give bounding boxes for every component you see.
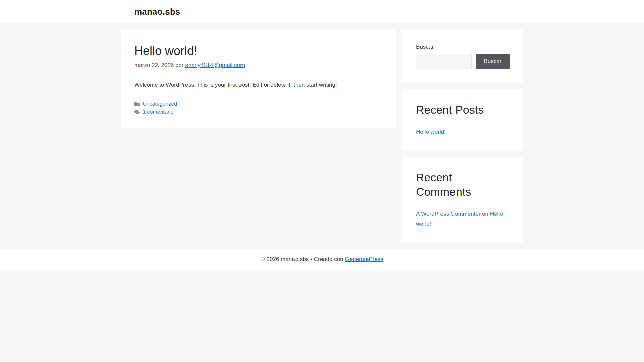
recent-posts-widget: Recent Posts Hello world! (402, 89, 523, 150)
post-author-link[interactable]: sharly4514@gmail.com (185, 62, 245, 68)
search-button[interactable]: Buscar (476, 54, 510, 69)
comments-icon (134, 109, 140, 115)
recent-posts-title: Recent Posts (416, 103, 510, 117)
search-widget: Buscar Buscar (402, 30, 523, 82)
search-input[interactable] (416, 54, 472, 69)
list-item: A WordPress Commenter en Hello world! (416, 209, 510, 229)
post-entry-footer: Uncategorized 1 comentario (134, 101, 382, 115)
sidebar: Buscar Buscar Recent Posts Hello world! … (402, 30, 523, 242)
folder-icon (134, 101, 140, 107)
footer-credit-prefix: Creado con (314, 256, 343, 262)
recent-comments-widget: Recent Comments A WordPress Commenter en… (402, 157, 523, 242)
comment-on-text: en (482, 210, 488, 217)
site-footer: © 2026 manao.sbs • Creado con GeneratePr… (0, 249, 644, 270)
footer-text: © 2026 manao.sbs • Creado con GeneratePr… (121, 249, 523, 270)
site-title-link[interactable]: manao.sbs (134, 7, 180, 17)
category-row: Uncategorized (134, 101, 382, 107)
search-label: Buscar (416, 44, 510, 50)
post-title[interactable]: Hello world! (134, 44, 382, 58)
footer-copyright: © 2026 manao.sbs (261, 256, 309, 262)
comments-link[interactable]: 1 comentario (143, 109, 174, 115)
header-container: manao.sbs (121, 0, 523, 23)
comments-row: 1 comentario (134, 109, 382, 115)
recent-comments-title: Recent Comments (416, 170, 510, 199)
post-date: marzo 22, 2026 (134, 62, 174, 68)
list-item: Hello world! (416, 127, 510, 137)
recent-post-link[interactable]: Hello world! (416, 129, 446, 135)
comment-author-link[interactable]: A WordPress Commenter (416, 210, 480, 217)
recent-comments-list: A WordPress Commenter en Hello world! (416, 209, 510, 229)
post-byline-separator: por (175, 62, 184, 68)
page-container: Hello world! marzo 22, 2026 por sharly45… (121, 30, 523, 242)
search-row: Buscar (416, 54, 510, 69)
post-card: Hello world! marzo 22, 2026 por sharly45… (121, 30, 396, 128)
generatepress-link[interactable]: GeneratePress (345, 256, 383, 262)
site-header: manao.sbs (0, 0, 644, 23)
post-meta: marzo 22, 2026 por sharly4514@gmail.com (134, 62, 382, 69)
category-link[interactable]: Uncategorized (143, 101, 177, 107)
main-content: Hello world! marzo 22, 2026 por sharly45… (121, 30, 396, 128)
recent-posts-list: Hello world! (416, 127, 510, 137)
footer-separator: • (310, 256, 312, 262)
post-content: Welcome to WordPress. This is your first… (134, 81, 382, 89)
